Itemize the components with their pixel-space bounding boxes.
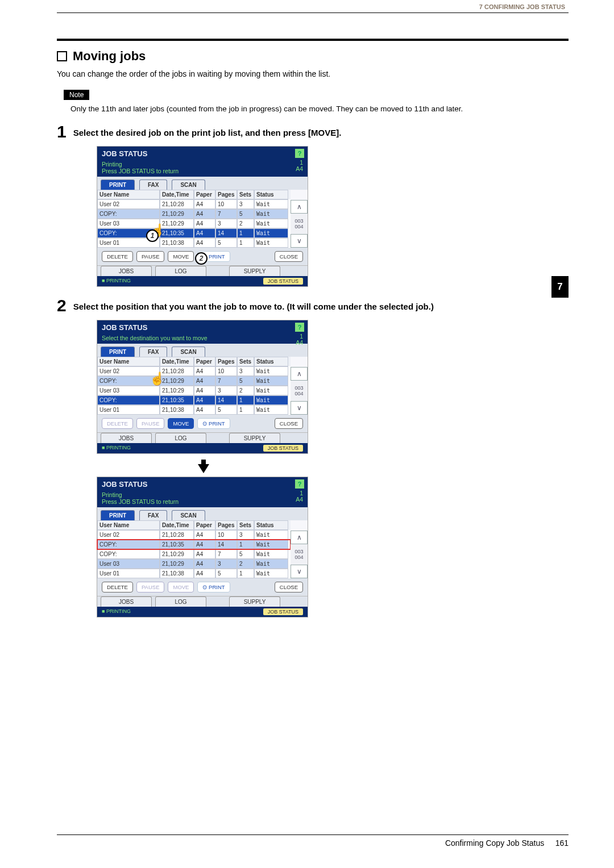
scroll-down-icon[interactable]: ∨ <box>291 401 308 415</box>
callout-1: 1 <box>146 229 159 242</box>
move-button[interactable]: MOVE <box>168 251 194 262</box>
footer-page-number: 161 <box>555 838 569 848</box>
footer-printing-label: ■ PRINTING <box>102 608 131 615</box>
tab-scan[interactable]: SCAN <box>172 347 205 357</box>
step-number-2: 2 <box>57 297 67 314</box>
table-header: User NameDate,TimePaperPagesSetsStatus <box>97 357 291 366</box>
print-button: ⊙ PRINT <box>197 418 230 429</box>
help-icon[interactable]: ? <box>295 479 304 489</box>
job-status-button[interactable]: JOB STATUS <box>263 608 303 615</box>
print-button: ⊙ PRINT <box>197 582 230 592</box>
action-button-row: DELETE PAUSE MOVE ⊙ PRINT CLOSE <box>97 578 308 596</box>
scroll-column: ∧ 003004 ∨ <box>291 520 308 578</box>
scroll-up-icon[interactable]: ∧ <box>291 200 308 214</box>
panel-subline: PrintingPress JOB STATUS to return 1A4 <box>97 491 308 507</box>
bullet-box-icon <box>57 51 67 61</box>
note-text: Only the 11th and later jobs (counted fr… <box>70 105 569 113</box>
panel-footer-bar: ■ PRINTING JOB STATUS <box>97 443 308 453</box>
table-row[interactable]: COPY:21,10:35A4141Wait <box>97 228 291 238</box>
pause-button[interactable]: PAUSE <box>136 251 165 262</box>
panel-title: JOB STATUS ? <box>97 147 308 161</box>
help-icon[interactable]: ? <box>295 149 304 158</box>
scroll-up-icon[interactable]: ∧ <box>291 367 308 381</box>
table-row[interactable]: COPY:21,10:29A475Wait <box>97 376 291 386</box>
table-row[interactable]: User 0121,10:38A451Wait <box>97 569 291 578</box>
tab-jobs[interactable]: JOBS <box>101 596 152 607</box>
bottom-tabs: JOBS LOG SUPPLY <box>97 432 308 443</box>
scroll-down-icon[interactable]: ∨ <box>291 234 308 248</box>
panel-footer-bar: ■ PRINTING JOB STATUS <box>97 607 308 617</box>
panel-footer-bar: ■ PRINTING JOB STATUS <box>97 276 308 286</box>
section-title: Moving jobs <box>57 49 569 64</box>
tab-print[interactable]: PRINT <box>101 180 135 190</box>
table-row[interactable]: User 0121,10:38A451Wait <box>97 238 291 248</box>
screenshot-3: JOB STATUS ? PrintingPress JOB STATUS to… <box>97 477 308 617</box>
scroll-page-indicator: 003004 <box>291 381 308 401</box>
job-type-tabs: PRINT FAX SCAN <box>97 177 308 190</box>
chapter-tab: 7 <box>551 276 569 298</box>
table-row[interactable]: User 0121,10:38A451Wait <box>97 405 291 415</box>
arrow-down-icon <box>198 464 209 473</box>
section-title-text: Moving jobs <box>73 49 146 64</box>
close-button[interactable]: CLOSE <box>275 418 303 429</box>
tab-jobs[interactable]: JOBS <box>101 266 152 276</box>
bottom-tabs: JOBS LOG SUPPLY <box>97 596 308 607</box>
move-button[interactable]: MOVE <box>168 582 194 592</box>
job-status-button[interactable]: JOB STATUS <box>263 278 303 285</box>
note-block: Note Only the 11th and later jobs (count… <box>64 86 569 113</box>
bottom-tabs: JOBS LOG SUPPLY <box>97 265 308 276</box>
help-icon[interactable]: ? <box>295 323 304 332</box>
step-text-2: Select the position that you want the jo… <box>73 302 434 311</box>
move-button[interactable]: MOVE <box>168 418 194 429</box>
close-button[interactable]: CLOSE <box>275 582 303 592</box>
table-row[interactable]: User 0221,10:28A4103Wait <box>97 366 291 376</box>
tab-supply[interactable]: SUPPLY <box>229 266 280 276</box>
scroll-page-indicator: 003004 <box>291 544 308 565</box>
callout-2: 2 <box>195 252 208 265</box>
table-row[interactable]: COPY:21,10:35A4141Wait <box>97 540 291 549</box>
tab-scan[interactable]: SCAN <box>172 180 205 190</box>
header-rule <box>57 12 569 13</box>
delete-button[interactable]: DELETE <box>102 582 133 592</box>
delete-button[interactable]: DELETE <box>102 251 133 262</box>
table-row[interactable]: User 0321,10:29A432Wait <box>97 219 291 228</box>
tab-log[interactable]: LOG <box>155 433 206 443</box>
footer: Confirming Copy Job Status 161 <box>57 834 569 848</box>
table-row[interactable]: User 0221,10:28A4103Wait <box>97 199 291 209</box>
tab-fax[interactable]: FAX <box>139 180 167 190</box>
table-row[interactable]: COPY:21,10:29A475Wait <box>97 209 291 219</box>
close-button[interactable]: CLOSE <box>275 251 303 262</box>
table-row[interactable]: COPY:21,10:35A4141Wait <box>97 395 291 405</box>
table-row[interactable]: User 0321,10:29A432Wait <box>97 559 291 569</box>
tab-supply[interactable]: SUPPLY <box>229 433 280 443</box>
tab-scan[interactable]: SCAN <box>172 510 205 520</box>
delete-button: DELETE <box>102 418 133 429</box>
step-2: 2 Select the position that you want the … <box>57 297 569 314</box>
action-button-row: DELETE PAUSE MOVE ⊙ PRINT CLOSE <box>97 415 308 432</box>
tab-jobs[interactable]: JOBS <box>101 433 152 443</box>
step-number-1: 1 <box>57 123 67 140</box>
scroll-page-indicator: 003004 <box>291 214 308 234</box>
tab-print[interactable]: PRINT <box>101 510 135 520</box>
panel-subline: PrintingPress JOB STATUS to return 1A4 <box>97 161 308 177</box>
tab-fax[interactable]: FAX <box>139 347 167 357</box>
scroll-down-icon[interactable]: ∨ <box>291 565 308 578</box>
table-row[interactable]: User 0321,10:29A432Wait <box>97 386 291 395</box>
footer-section: Confirming Copy Job Status <box>445 838 544 848</box>
tab-log[interactable]: LOG <box>155 596 206 607</box>
panel-title: JOB STATUS ? <box>97 320 308 335</box>
running-header: 7 CONFIRMING JOB STATUS <box>479 3 565 10</box>
table-row[interactable]: COPY:21,10:29A475Wait <box>97 549 291 559</box>
job-status-button[interactable]: JOB STATUS <box>263 445 303 452</box>
tab-log[interactable]: LOG <box>155 266 206 276</box>
panel-title: JOB STATUS ? <box>97 477 308 491</box>
step-1: 1 Select the desired job on the print jo… <box>57 123 569 140</box>
table-row[interactable]: User 0221,10:28A4103Wait <box>97 530 291 540</box>
tab-print[interactable]: PRINT <box>101 347 135 357</box>
tab-fax[interactable]: FAX <box>139 510 167 520</box>
scroll-up-icon[interactable]: ∧ <box>291 531 308 544</box>
intro-text: You can change the order of the jobs in … <box>57 69 569 78</box>
step-text-1: Select the desired job on the print job … <box>73 128 342 137</box>
tab-supply[interactable]: SUPPLY <box>229 596 280 607</box>
footer-printing-label: ■ PRINTING <box>102 445 131 452</box>
